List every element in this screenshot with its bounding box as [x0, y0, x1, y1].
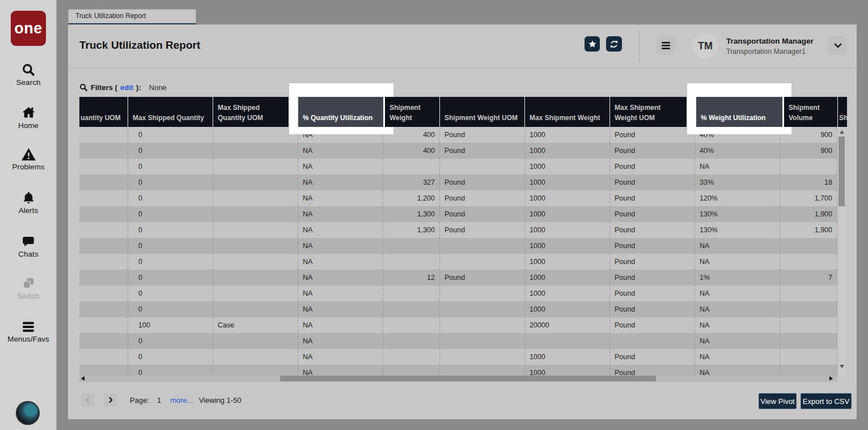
- sidebar-item-search[interactable]: Search: [0, 62, 57, 87]
- table-row: 0NA1000PoundNA: [79, 301, 837, 317]
- one-logo[interactable]: one: [11, 11, 46, 46]
- table-cell: Pound: [610, 190, 695, 206]
- table-cell: [383, 317, 440, 333]
- export-to-csv-button[interactable]: Export to CSV: [801, 393, 852, 409]
- home-icon: [21, 105, 36, 120]
- table-cell: 40%: [695, 143, 780, 159]
- column-header[interactable]: Shipment Weight: [385, 97, 440, 127]
- user-avatar[interactable]: TM: [692, 33, 718, 59]
- table-cell: Pound: [610, 159, 695, 174]
- table-cell: 1000: [525, 127, 610, 143]
- table-cell: 0: [128, 174, 213, 190]
- table-row: 0NA327Pound1000Pound33%18: [79, 174, 837, 190]
- table-cell: 1,900: [780, 222, 837, 238]
- column-header[interactable]: Sh: [838, 97, 847, 127]
- table-cell: [79, 254, 128, 270]
- filters-bar: Filters (edit): None: [79, 82, 167, 93]
- table-cell: Pound: [610, 143, 695, 159]
- sidebar-item-chats[interactable]: Chats: [0, 235, 57, 258]
- sidebar-item-label: Home: [0, 121, 57, 130]
- sidebar-item-label: Chats: [0, 250, 57, 258]
- table-cell: [525, 333, 610, 349]
- table-cell: 1000: [525, 159, 610, 174]
- table-row: 100CaseNA20000PoundNA: [79, 317, 837, 333]
- more-pages-link[interactable]: more...: [170, 396, 193, 405]
- column-header[interactable]: Max Shipment Weight UOM: [610, 97, 687, 127]
- vertical-scrollbar-thumb[interactable]: [839, 137, 845, 206]
- sidebar-item-home[interactable]: Home: [0, 105, 57, 130]
- table-cell: 1000: [525, 190, 610, 206]
- table-cell: 0: [128, 333, 213, 349]
- table-cell: NA: [298, 159, 383, 174]
- table-cell: Pound: [440, 222, 525, 238]
- sidebar-item-label: Switch: [0, 292, 57, 300]
- page-title: Truck Utilization Report: [79, 39, 200, 52]
- table-cell: [79, 127, 128, 143]
- tab-truck-utilization-report[interactable]: Truck Utilization Report: [68, 9, 196, 25]
- table-cell: NA: [298, 333, 383, 349]
- view-pivot-button[interactable]: View Pivot: [759, 393, 797, 409]
- table-cell: [440, 317, 525, 333]
- sidebar-item-label: Menus/Favs: [0, 335, 57, 343]
- table-cell: 0: [128, 222, 213, 238]
- table-cell: 0: [128, 127, 213, 143]
- table-cell: [440, 301, 525, 317]
- column-header[interactable]: Max Shipped Quantity: [128, 97, 213, 127]
- next-page-button[interactable]: [104, 393, 117, 407]
- filters-label-suffix: ):: [136, 83, 141, 92]
- table-cell: 0: [128, 159, 213, 174]
- column-header[interactable]: % Quantity Utilization: [298, 97, 383, 127]
- table-cell: 1,200: [383, 190, 440, 206]
- table-cell: 1000: [525, 365, 610, 375]
- scroll-right-arrow-icon[interactable]: [829, 376, 833, 381]
- table-row: 0NA400Pound1000Pound40%900: [79, 143, 837, 159]
- table-cell: NA: [298, 222, 383, 238]
- table-cell: 1000: [525, 270, 610, 286]
- table-cell: [440, 286, 525, 301]
- scroll-up-arrow-icon[interactable]: [840, 130, 844, 134]
- table-cell: 1000: [525, 222, 610, 238]
- column-header[interactable]: Max Shipment Weight: [525, 97, 610, 127]
- horizontal-scrollbar[interactable]: [79, 375, 837, 382]
- table-cell: NA: [695, 317, 780, 333]
- favorite-button[interactable]: [585, 36, 600, 52]
- column-header-label: Sh: [839, 113, 847, 123]
- table-cell: 0: [128, 206, 213, 222]
- column-header-label: % Weight Utilization: [701, 113, 765, 123]
- table-cell: 1000: [525, 286, 610, 301]
- table-cell: 130%: [695, 206, 780, 222]
- refresh-button[interactable]: [606, 36, 622, 52]
- scroll-left-arrow-icon[interactable]: [81, 376, 84, 381]
- vertical-scrollbar[interactable]: [837, 127, 846, 375]
- table-cell: [79, 143, 128, 159]
- grid-menu-button[interactable]: [657, 36, 675, 55]
- table-cell: 1000: [525, 301, 610, 317]
- column-header[interactable]: % Weight Utilization: [696, 97, 782, 127]
- table-body: 0NA400Pound1000Pound40%9000NA400Pound100…: [79, 127, 837, 375]
- table-cell: NA: [695, 254, 780, 270]
- scroll-down-arrow-icon[interactable]: [840, 365, 844, 368]
- column-header[interactable]: Shipment Volume: [784, 97, 838, 127]
- table-cell: [440, 254, 525, 270]
- table-cell: 1000: [525, 206, 610, 222]
- column-header[interactable]: uantity UOM: [79, 97, 128, 127]
- sidebar-item-alerts[interactable]: Alerts: [0, 191, 57, 215]
- horizontal-scrollbar-thumb[interactable]: [280, 376, 656, 381]
- user-menu-chevron-button[interactable]: [828, 36, 847, 55]
- filter-search-icon: [79, 83, 88, 92]
- table-cell: [79, 238, 128, 254]
- filters-edit-link[interactable]: edit: [120, 83, 133, 92]
- sidebar-item-problems[interactable]: Problems: [0, 147, 57, 171]
- table-cell: Pound: [610, 349, 695, 365]
- column-header[interactable]: Shipment Weight UOM: [440, 97, 525, 127]
- sidebar-item-menus-favs[interactable]: Menus/Favs: [0, 320, 57, 343]
- assistant-avatar[interactable]: [16, 401, 40, 425]
- column-header[interactable]: Max Shipped Quantity UOM: [213, 97, 289, 127]
- table-cell: NA: [695, 365, 780, 375]
- header-divider: [639, 31, 640, 63]
- chevron-right-icon: [107, 397, 114, 403]
- table-cell: NA: [695, 286, 780, 301]
- table-cell: Pound: [610, 254, 695, 270]
- table-cell: NA: [298, 190, 383, 206]
- table-cell: NA: [298, 317, 383, 333]
